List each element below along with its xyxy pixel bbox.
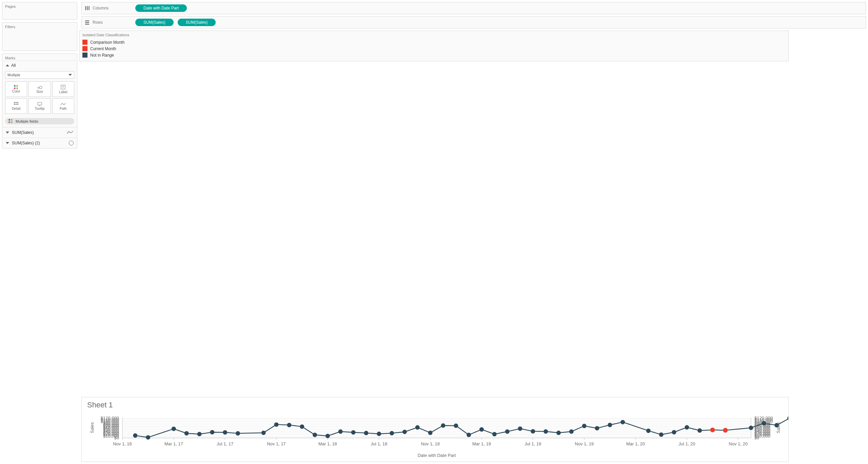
chart[interactable]: $0$0$10,000$10,000$20,000$20,000$30,000$… bbox=[82, 411, 788, 462]
chart-point[interactable] bbox=[479, 427, 484, 432]
legend-item-label: Current Month bbox=[90, 46, 116, 51]
chart-point[interactable] bbox=[364, 431, 368, 435]
chart-point[interactable] bbox=[377, 432, 381, 436]
chart-point[interactable] bbox=[326, 434, 330, 438]
chart-point[interactable] bbox=[467, 433, 471, 437]
chart-point[interactable] bbox=[505, 429, 510, 434]
chart-point[interactable] bbox=[415, 425, 420, 430]
detail-icon bbox=[14, 102, 19, 106]
mark-type-select[interactable]: Multiple bbox=[5, 71, 74, 79]
chart-point[interactable] bbox=[697, 428, 702, 433]
svg-rect-16 bbox=[85, 24, 89, 25]
chart-point[interactable] bbox=[518, 426, 522, 431]
columns-pill-1[interactable]: Date with Date Part bbox=[135, 4, 187, 12]
chart-point[interactable] bbox=[672, 430, 676, 435]
filters-label: Filters bbox=[5, 25, 74, 29]
chart-point[interactable] bbox=[659, 432, 664, 437]
chart-point[interactable] bbox=[146, 435, 150, 440]
mark-size-button[interactable]: Size bbox=[28, 81, 51, 97]
marks-label: Marks bbox=[2, 54, 77, 61]
svg-rect-6 bbox=[17, 102, 18, 103]
multiple-fields-pill[interactable]: Multiple fields bbox=[5, 118, 74, 124]
chart-point[interactable] bbox=[223, 430, 227, 435]
mark-label-button[interactable]: T Label bbox=[52, 81, 74, 97]
sum-sales-row-2[interactable]: SUM(Sales) (2) bbox=[2, 138, 77, 148]
chart-point[interactable] bbox=[762, 421, 766, 425]
chart-point[interactable] bbox=[492, 432, 497, 436]
chart-point[interactable] bbox=[261, 430, 266, 435]
chart-point[interactable] bbox=[749, 426, 753, 430]
chart-point[interactable] bbox=[338, 429, 343, 434]
rows-shelf[interactable]: Rows SUM(Sales) SUM(Sales) bbox=[81, 16, 866, 28]
chevron-down-icon bbox=[68, 74, 72, 76]
rows-pill-2[interactable]: SUM(Sales) bbox=[178, 19, 216, 26]
legend-item[interactable]: Not in Range bbox=[82, 52, 786, 58]
svg-point-1 bbox=[39, 86, 42, 89]
worksheet-view: Sheet 1 $0$0$10,000$10,000$20,000$20,000… bbox=[81, 397, 789, 462]
chart-point-highlight[interactable] bbox=[723, 428, 728, 432]
legend-swatch bbox=[82, 46, 87, 51]
svg-rect-9 bbox=[17, 104, 18, 105]
chart-point[interactable] bbox=[402, 430, 407, 434]
pages-panel: Pages bbox=[2, 2, 77, 20]
chart-point[interactable] bbox=[351, 430, 356, 435]
color-icon bbox=[14, 85, 18, 89]
svg-text:Nov 1, 20: Nov 1, 20 bbox=[729, 441, 748, 446]
chart-point[interactable] bbox=[531, 429, 535, 433]
legend-item[interactable]: Current Month bbox=[82, 45, 786, 52]
left-sidebar: Pages Filters Marks All Multiple bbox=[0, 0, 79, 397]
chart-point[interactable] bbox=[441, 423, 445, 428]
columns-shelf[interactable]: Columns Date with Date Part bbox=[81, 2, 866, 14]
svg-rect-11 bbox=[85, 6, 86, 10]
chart-point-highlight[interactable] bbox=[710, 427, 715, 432]
chart-point[interactable] bbox=[390, 431, 394, 436]
chart-point[interactable] bbox=[620, 420, 625, 424]
chart-point[interactable] bbox=[582, 424, 587, 428]
chart-point[interactable] bbox=[236, 431, 240, 436]
svg-text:Nov 1, 18: Nov 1, 18 bbox=[421, 441, 440, 446]
svg-text:Jul 1, 17: Jul 1, 17 bbox=[217, 441, 233, 446]
chart-point[interactable] bbox=[608, 423, 612, 427]
chart-point[interactable] bbox=[685, 425, 689, 429]
legend-panel: Isolated Date Classifications Comparison… bbox=[79, 31, 789, 61]
columns-icon bbox=[84, 5, 90, 11]
chart-point[interactable] bbox=[556, 431, 561, 435]
rows-pill-1[interactable]: SUM(Sales) bbox=[135, 19, 174, 26]
chart-point[interactable] bbox=[274, 422, 279, 427]
chart-point[interactable] bbox=[428, 430, 433, 435]
caret-up-icon bbox=[6, 64, 9, 66]
chart-point[interactable] bbox=[300, 424, 304, 429]
svg-text:Nov 1, 16: Nov 1, 16 bbox=[113, 441, 132, 446]
mark-color-button[interactable]: Color bbox=[5, 81, 27, 97]
chart-point[interactable] bbox=[210, 430, 214, 435]
chart-point[interactable] bbox=[774, 423, 779, 427]
chart-point[interactable] bbox=[287, 423, 291, 427]
legend-item[interactable]: Comparison Month bbox=[82, 39, 786, 45]
chart-point[interactable] bbox=[184, 431, 189, 436]
chart-point[interactable] bbox=[197, 432, 202, 436]
chart-point[interactable] bbox=[313, 433, 317, 437]
legend-item-label: Not in Range bbox=[90, 53, 114, 58]
chart-point[interactable] bbox=[544, 429, 548, 434]
svg-rect-5 bbox=[16, 102, 17, 103]
chart-point[interactable] bbox=[646, 428, 651, 433]
svg-rect-4 bbox=[14, 102, 15, 103]
svg-text:Mar 1, 17: Mar 1, 17 bbox=[164, 441, 183, 446]
chevron-down-icon bbox=[6, 132, 9, 134]
chart-point[interactable] bbox=[595, 426, 599, 430]
marks-panel: Marks All Multiple Color bbox=[2, 54, 77, 148]
chart-point[interactable] bbox=[454, 424, 458, 428]
svg-text:$120,000: $120,000 bbox=[754, 416, 773, 421]
mark-tooltip-button[interactable]: Tooltip bbox=[28, 98, 51, 114]
chart-point[interactable] bbox=[172, 427, 176, 431]
marks-all-row[interactable]: All bbox=[2, 61, 77, 70]
mark-detail-button[interactable]: Detail bbox=[5, 98, 27, 114]
mark-type-value: Multiple bbox=[7, 73, 20, 77]
tooltip-icon bbox=[37, 102, 42, 106]
mark-path-button[interactable]: Path bbox=[52, 98, 74, 114]
chart-point[interactable] bbox=[569, 429, 574, 434]
circle-mark-icon bbox=[69, 141, 74, 145]
svg-text:Mar 1, 18: Mar 1, 18 bbox=[318, 441, 337, 446]
chart-point[interactable] bbox=[133, 433, 137, 438]
sum-sales-row-1[interactable]: SUM(Sales) bbox=[2, 127, 77, 138]
